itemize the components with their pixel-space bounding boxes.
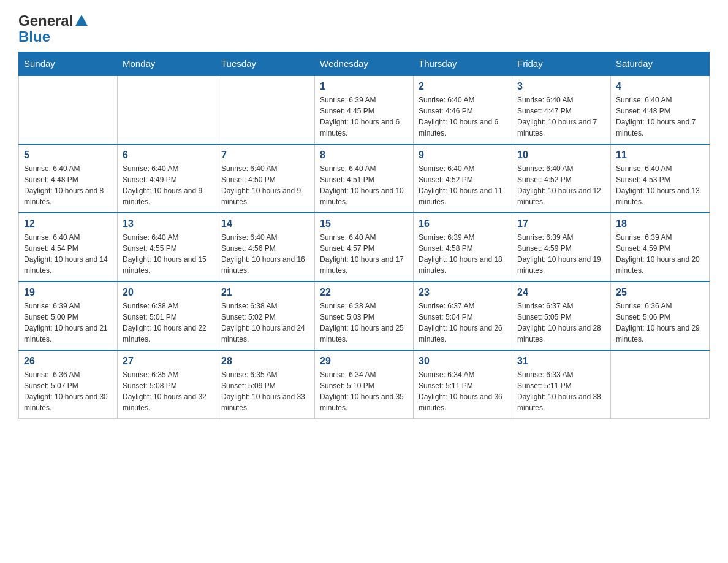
calendar-day-3: 3Sunrise: 6:40 AM Sunset: 4:47 PM Daylig… <box>512 75 611 144</box>
day-number: 23 <box>419 287 507 298</box>
day-number: 27 <box>123 356 211 367</box>
day-info: Sunrise: 6:35 AM Sunset: 5:08 PM Dayligh… <box>123 369 211 413</box>
day-info: Sunrise: 6:34 AM Sunset: 5:10 PM Dayligh… <box>320 369 408 413</box>
calendar-day-11: 11Sunrise: 6:40 AM Sunset: 4:53 PM Dayli… <box>611 144 710 213</box>
day-info: Sunrise: 6:40 AM Sunset: 4:46 PM Dayligh… <box>419 94 507 139</box>
day-number: 4 <box>616 81 704 92</box>
day-info: Sunrise: 6:39 AM Sunset: 4:58 PM Dayligh… <box>419 232 507 276</box>
day-info: Sunrise: 6:40 AM Sunset: 4:51 PM Dayligh… <box>320 163 408 207</box>
calendar-day-22: 22Sunrise: 6:38 AM Sunset: 5:03 PM Dayli… <box>315 282 414 350</box>
weekday-header-saturday: Saturday <box>611 52 710 76</box>
day-number: 5 <box>24 150 112 161</box>
weekday-header-thursday: Thursday <box>414 52 512 76</box>
day-number: 11 <box>616 150 704 161</box>
calendar-day-2: 2Sunrise: 6:40 AM Sunset: 4:46 PM Daylig… <box>414 75 512 144</box>
day-info: Sunrise: 6:40 AM Sunset: 4:52 PM Dayligh… <box>517 163 605 207</box>
day-info: Sunrise: 6:40 AM Sunset: 4:52 PM Dayligh… <box>419 163 507 207</box>
calendar-day-16: 16Sunrise: 6:39 AM Sunset: 4:58 PM Dayli… <box>414 213 512 282</box>
day-info: Sunrise: 6:37 AM Sunset: 5:04 PM Dayligh… <box>419 301 507 345</box>
day-info: Sunrise: 6:39 AM Sunset: 4:59 PM Dayligh… <box>517 232 605 276</box>
calendar-day-14: 14Sunrise: 6:40 AM Sunset: 4:56 PM Dayli… <box>216 213 315 282</box>
day-info: Sunrise: 6:40 AM Sunset: 4:54 PM Dayligh… <box>24 232 112 276</box>
day-info: Sunrise: 6:38 AM Sunset: 5:03 PM Dayligh… <box>320 301 408 345</box>
day-number: 20 <box>123 287 211 298</box>
day-info: Sunrise: 6:39 AM Sunset: 4:59 PM Dayligh… <box>616 232 704 276</box>
calendar-day-23: 23Sunrise: 6:37 AM Sunset: 5:04 PM Dayli… <box>414 282 512 350</box>
day-info: Sunrise: 6:35 AM Sunset: 5:09 PM Dayligh… <box>221 369 309 413</box>
day-info: Sunrise: 6:33 AM Sunset: 5:11 PM Dayligh… <box>517 369 605 413</box>
day-number: 6 <box>123 150 211 161</box>
day-info: Sunrise: 6:38 AM Sunset: 5:01 PM Dayligh… <box>123 301 211 345</box>
day-info: Sunrise: 6:34 AM Sunset: 5:11 PM Dayligh… <box>419 369 507 413</box>
calendar-day-8: 8Sunrise: 6:40 AM Sunset: 4:51 PM Daylig… <box>315 144 414 213</box>
calendar-day-27: 27Sunrise: 6:35 AM Sunset: 5:08 PM Dayli… <box>118 350 216 419</box>
day-info: Sunrise: 6:36 AM Sunset: 5:07 PM Dayligh… <box>24 369 112 413</box>
weekday-header-row: SundayMondayTuesdayWednesdayThursdayFrid… <box>19 52 710 76</box>
day-number: 9 <box>419 150 507 161</box>
calendar-empty-cell <box>216 75 315 144</box>
day-number: 1 <box>320 81 408 92</box>
calendar-day-6: 6Sunrise: 6:40 AM Sunset: 4:49 PM Daylig… <box>118 144 216 213</box>
calendar-day-15: 15Sunrise: 6:40 AM Sunset: 4:57 PM Dayli… <box>315 213 414 282</box>
calendar-empty-cell <box>19 75 118 144</box>
day-number: 25 <box>616 287 704 298</box>
calendar-week-row: 26Sunrise: 6:36 AM Sunset: 5:07 PM Dayli… <box>19 350 710 419</box>
day-info: Sunrise: 6:39 AM Sunset: 4:45 PM Dayligh… <box>320 94 408 139</box>
day-info: Sunrise: 6:40 AM Sunset: 4:56 PM Dayligh… <box>221 232 309 276</box>
calendar-day-5: 5Sunrise: 6:40 AM Sunset: 4:48 PM Daylig… <box>19 144 118 213</box>
logo-block: GeneralBlue <box>18 12 90 45</box>
day-number: 26 <box>24 356 112 367</box>
weekday-header-sunday: Sunday <box>19 52 118 76</box>
day-info: Sunrise: 6:40 AM Sunset: 4:49 PM Dayligh… <box>123 163 211 207</box>
calendar-day-25: 25Sunrise: 6:36 AM Sunset: 5:06 PM Dayli… <box>611 282 710 350</box>
day-info: Sunrise: 6:40 AM Sunset: 4:50 PM Dayligh… <box>221 163 309 207</box>
calendar-day-20: 20Sunrise: 6:38 AM Sunset: 5:01 PM Dayli… <box>118 282 216 350</box>
day-info: Sunrise: 6:38 AM Sunset: 5:02 PM Dayligh… <box>221 301 309 345</box>
day-info: Sunrise: 6:40 AM Sunset: 4:48 PM Dayligh… <box>24 163 112 207</box>
calendar-empty-cell <box>118 75 216 144</box>
day-number: 18 <box>616 218 704 229</box>
calendar-day-13: 13Sunrise: 6:40 AM Sunset: 4:55 PM Dayli… <box>118 213 216 282</box>
weekday-header-wednesday: Wednesday <box>315 52 414 76</box>
calendar-week-row: 12Sunrise: 6:40 AM Sunset: 4:54 PM Dayli… <box>19 213 710 282</box>
svg-marker-0 <box>75 15 88 26</box>
day-number: 10 <box>517 150 605 161</box>
day-info: Sunrise: 6:40 AM Sunset: 4:53 PM Dayligh… <box>616 163 704 207</box>
weekday-header-tuesday: Tuesday <box>216 52 315 76</box>
day-number: 22 <box>320 287 408 298</box>
calendar-day-17: 17Sunrise: 6:39 AM Sunset: 4:59 PM Dayli… <box>512 213 611 282</box>
day-info: Sunrise: 6:40 AM Sunset: 4:47 PM Dayligh… <box>517 94 605 139</box>
day-info: Sunrise: 6:40 AM Sunset: 4:55 PM Dayligh… <box>123 232 211 276</box>
day-info: Sunrise: 6:36 AM Sunset: 5:06 PM Dayligh… <box>616 301 704 345</box>
calendar-day-4: 4Sunrise: 6:40 AM Sunset: 4:48 PM Daylig… <box>611 75 710 144</box>
calendar-day-9: 9Sunrise: 6:40 AM Sunset: 4:52 PM Daylig… <box>414 144 512 213</box>
calendar-week-row: 19Sunrise: 6:39 AM Sunset: 5:00 PM Dayli… <box>19 282 710 350</box>
calendar-day-30: 30Sunrise: 6:34 AM Sunset: 5:11 PM Dayli… <box>414 350 512 419</box>
day-number: 14 <box>221 218 309 229</box>
page-header: GeneralBlueJanuary 2025Az Zaytuniyah, Pa… <box>18 12 710 45</box>
day-number: 13 <box>123 218 211 229</box>
day-number: 31 <box>517 356 605 367</box>
logo-general-text: General <box>18 12 73 29</box>
day-number: 17 <box>517 218 605 229</box>
calendar-day-26: 26Sunrise: 6:36 AM Sunset: 5:07 PM Dayli… <box>19 350 118 419</box>
calendar-day-18: 18Sunrise: 6:39 AM Sunset: 4:59 PM Dayli… <box>611 213 710 282</box>
day-number: 29 <box>320 356 408 367</box>
day-number: 2 <box>419 81 507 92</box>
calendar-day-24: 24Sunrise: 6:37 AM Sunset: 5:05 PM Dayli… <box>512 282 611 350</box>
day-number: 12 <box>24 218 112 229</box>
day-number: 30 <box>419 356 507 367</box>
calendar-day-31: 31Sunrise: 6:33 AM Sunset: 5:11 PM Dayli… <box>512 350 611 419</box>
day-number: 21 <box>221 287 309 298</box>
calendar-day-29: 29Sunrise: 6:34 AM Sunset: 5:10 PM Dayli… <box>315 350 414 419</box>
day-info: Sunrise: 6:37 AM Sunset: 5:05 PM Dayligh… <box>517 301 605 345</box>
weekday-header-friday: Friday <box>512 52 611 76</box>
calendar-week-row: 1Sunrise: 6:39 AM Sunset: 4:45 PM Daylig… <box>19 75 710 144</box>
calendar-week-row: 5Sunrise: 6:40 AM Sunset: 4:48 PM Daylig… <box>19 144 710 213</box>
day-info: Sunrise: 6:40 AM Sunset: 4:48 PM Dayligh… <box>616 94 704 139</box>
day-info: Sunrise: 6:40 AM Sunset: 4:57 PM Dayligh… <box>320 232 408 276</box>
calendar-day-19: 19Sunrise: 6:39 AM Sunset: 5:00 PM Dayli… <box>19 282 118 350</box>
day-number: 7 <box>221 150 309 161</box>
day-number: 15 <box>320 218 408 229</box>
day-number: 28 <box>221 356 309 367</box>
